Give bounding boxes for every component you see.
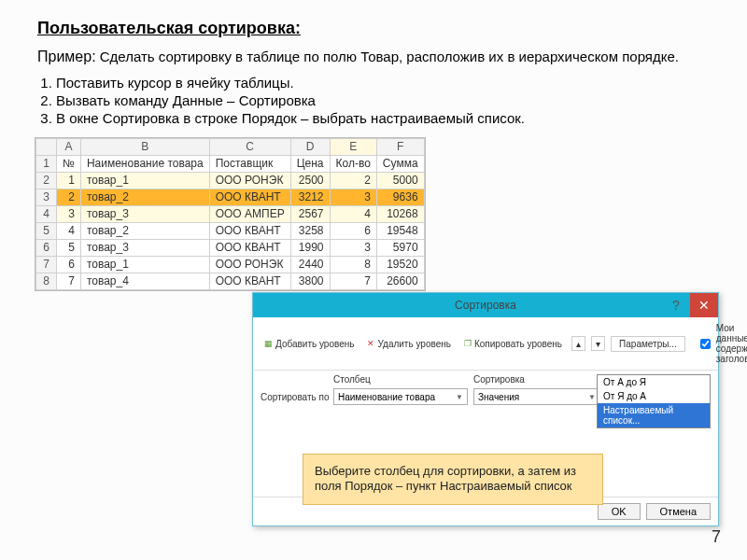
params-button[interactable]: Параметры... — [611, 336, 685, 352]
cell[interactable]: Поставщик — [209, 155, 290, 172]
cell[interactable]: 2500 — [290, 172, 330, 189]
sorton-combo[interactable]: Значения▼ — [473, 388, 600, 405]
cancel-button[interactable]: Отмена — [646, 503, 711, 520]
cell[interactable]: 19520 — [376, 256, 424, 273]
col-D[interactable]: D — [290, 138, 330, 155]
dropdown-option[interactable]: От А до Я — [598, 375, 710, 389]
cell[interactable]: 5970 — [376, 239, 424, 256]
cell[interactable]: ООО КВАНТ — [209, 239, 290, 256]
dialog-titlebar: Сортировка ? ✕ — [253, 293, 718, 317]
cell[interactable]: 6 — [57, 256, 81, 273]
cell[interactable]: 7 — [57, 273, 81, 289]
headers-checkbox[interactable]: Мои данные содержат заголовки — [697, 323, 747, 364]
cell[interactable]: ООО КВАНТ — [209, 273, 290, 289]
table-row: 21товар_1ООО РОНЭК250025000 — [36, 172, 425, 189]
delete-level-button[interactable]: ✕ Удалить уровень — [363, 337, 454, 351]
copy-level-button[interactable]: ❐ Копировать уровень — [460, 337, 566, 351]
ok-button[interactable]: OK — [598, 503, 641, 520]
col-label-sort: Сортировка — [473, 374, 606, 385]
step-2: Вызвать команду Данные – Сортировка — [56, 92, 710, 108]
table-row: 87товар_4ООО КВАНТ3800726600 — [36, 273, 425, 289]
move-up-button[interactable]: ▴ — [571, 336, 585, 351]
move-down-button[interactable]: ▾ — [591, 336, 605, 351]
help-icon[interactable]: ? — [662, 293, 690, 317]
example-label: Пример: — [37, 49, 96, 64]
col-A[interactable]: A — [57, 138, 81, 155]
cell[interactable]: Сумма — [376, 155, 424, 172]
cell[interactable]: 2440 — [290, 256, 330, 273]
cell[interactable]: 8 — [330, 256, 376, 273]
cell[interactable]: 3 — [330, 189, 376, 205]
cell[interactable]: 10268 — [376, 205, 424, 222]
cell[interactable]: товар_2 — [80, 222, 209, 239]
cell[interactable]: 4 — [330, 205, 376, 222]
col-label-column: Столбец — [333, 374, 473, 385]
cell[interactable]: 5000 — [376, 172, 424, 189]
cell[interactable]: 3258 — [290, 222, 330, 239]
row-head[interactable]: 2 — [36, 172, 57, 189]
cell[interactable]: 3 — [330, 239, 376, 256]
col-E[interactable]: E — [330, 138, 376, 155]
cell[interactable]: 26600 — [376, 273, 424, 289]
cell[interactable]: ООО РОНЭК — [209, 256, 290, 273]
cell[interactable]: товар_2 — [80, 189, 209, 205]
cell[interactable]: ООО КВАНТ — [209, 222, 290, 239]
cell[interactable]: 7 — [330, 273, 376, 289]
table-row: 65товар_3ООО КВАНТ199035970 — [36, 239, 425, 256]
cell[interactable]: товар_1 — [80, 256, 209, 273]
callout-box: Выберите столбец для сортировки, а затем… — [303, 454, 603, 505]
cell[interactable]: Кол-во — [330, 155, 376, 172]
cell[interactable]: 1990 — [290, 239, 330, 256]
cell[interactable]: 3800 — [290, 273, 330, 289]
cell[interactable]: Наименование товара — [80, 155, 209, 172]
row-head[interactable]: 6 — [36, 239, 57, 256]
cell[interactable]: 2 — [57, 189, 81, 205]
cell[interactable]: 19548 — [376, 222, 424, 239]
row-head[interactable]: 8 — [36, 273, 57, 289]
cell[interactable]: товар_4 — [80, 273, 209, 289]
cell[interactable]: 1 — [57, 172, 81, 189]
row-head[interactable]: 5 — [36, 222, 57, 239]
cell[interactable]: товар_1 — [80, 172, 209, 189]
cell[interactable]: 3 — [57, 205, 81, 222]
cell[interactable]: 3212 — [290, 189, 330, 205]
row-head[interactable]: 7 — [36, 256, 57, 273]
col-C[interactable]: C — [209, 138, 290, 155]
steps-list: Поставить курсор в ячейку таблицы. Вызва… — [56, 75, 710, 126]
cell[interactable]: 2 — [330, 172, 376, 189]
copy-icon: ❐ — [464, 339, 472, 348]
cell[interactable]: № — [57, 155, 81, 172]
close-icon[interactable]: ✕ — [690, 293, 718, 317]
chevron-down-icon: ▼ — [456, 393, 463, 401]
dropdown-option[interactable]: От Я до А — [598, 389, 710, 403]
cell[interactable]: 6 — [330, 222, 376, 239]
spreadsheet: A B C D E F 1 № Наименование товара Пост… — [35, 137, 426, 291]
dropdown-option-selected[interactable]: Настраиваемый список... — [598, 403, 710, 427]
order-dropdown[interactable]: От А до Я От Я до А Настраиваемый список… — [597, 374, 711, 428]
cell[interactable]: товар_3 — [80, 205, 209, 222]
cell[interactable]: 2567 — [290, 205, 330, 222]
cell[interactable]: ООО РОНЭК — [209, 172, 290, 189]
row-head[interactable]: 3 — [36, 189, 57, 205]
add-level-button[interactable]: ▦ Добавить уровень — [261, 337, 358, 351]
headers-checkbox-input[interactable] — [700, 339, 711, 349]
column-combo[interactable]: Наименование товара▼ — [333, 388, 468, 405]
cell[interactable]: ООО АМПЕР — [209, 205, 290, 222]
cell[interactable]: 9636 — [376, 189, 424, 205]
chevron-down-icon: ▼ — [588, 393, 596, 401]
cell[interactable]: Цена — [290, 155, 330, 172]
header-row: 1 № Наименование товара Поставщик Цена К… — [36, 155, 425, 172]
cell[interactable]: 5 — [57, 239, 81, 256]
row-1[interactable]: 1 — [36, 155, 57, 172]
heading: Пользовательская сортировка: — [37, 19, 710, 38]
col-F[interactable]: F — [376, 138, 424, 155]
step-3: В окне Сортировка в строке Порядок – выб… — [56, 110, 710, 126]
row-head[interactable]: 4 — [36, 205, 57, 222]
cell[interactable]: товар_3 — [80, 239, 209, 256]
cell[interactable]: 4 — [57, 222, 81, 239]
table-row: 43товар_3ООО АМПЕР2567410268 — [36, 205, 425, 222]
cell[interactable]: ООО КВАНТ — [209, 189, 290, 205]
col-B[interactable]: B — [80, 138, 209, 155]
step-1: Поставить курсор в ячейку таблицы. — [56, 75, 710, 91]
table-row: 76товар_1ООО РОНЭК2440819520 — [36, 256, 425, 273]
